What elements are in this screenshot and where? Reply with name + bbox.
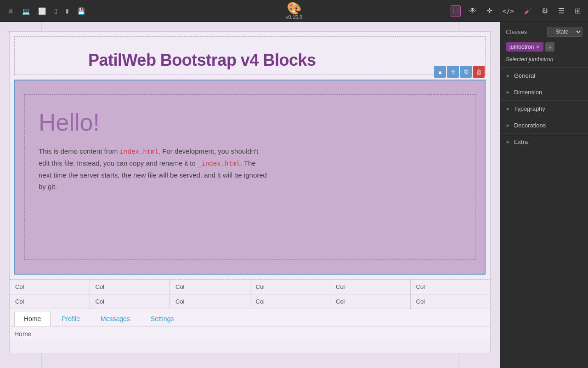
accordion-dimension-label: Dimension bbox=[514, 89, 542, 96]
mobile-icon[interactable]: ▮ bbox=[64, 6, 71, 16]
grid-view-icon[interactable]: ⊞ bbox=[573, 5, 582, 17]
top-toolbar: 🖥 💻 ⬜ ▯ ▮ 💾 🎨 v0.15.9 □ 👁 ✛ </> 🖌 ⚙ ☰ ⊞ bbox=[0, 0, 588, 22]
nav-tabs-row: Home Profile Messages Settings bbox=[10, 309, 490, 326]
canvas-outer: PatilWeb Bootstrap v4 Blocks ▲ ✛ ⧉ 🗑 Hel… bbox=[9, 31, 491, 353]
accordion-decorations-arrow: ► bbox=[506, 123, 510, 128]
remove-class-button[interactable]: ✕ bbox=[536, 44, 540, 50]
select-mode-icon[interactable]: □ bbox=[451, 5, 461, 17]
settings-icon[interactable]: ⚙ bbox=[540, 5, 550, 17]
accordion-general-label: General bbox=[514, 72, 535, 79]
state-select[interactable]: - State - hover focus active bbox=[547, 27, 582, 37]
page-title: PatilWeb Bootstrap v4 Blocks bbox=[14, 36, 486, 75]
desktop-icon[interactable]: 🖥 bbox=[6, 6, 16, 17]
jumbotron-copy-button[interactable]: ⧉ bbox=[460, 66, 472, 78]
selected-label: Selected bbox=[506, 56, 527, 63]
accordion-typography-header[interactable]: ► Typography bbox=[500, 101, 588, 117]
grid-col-1-1: Col bbox=[10, 280, 90, 294]
grid-col-1-3: Col bbox=[170, 280, 250, 294]
accordion-extra-header[interactable]: ► Extra bbox=[500, 134, 588, 150]
code-2: _index.html bbox=[198, 160, 240, 167]
grid-col-2-4: Col bbox=[250, 294, 331, 309]
grid-col-2-3: Col bbox=[170, 294, 250, 309]
grid-col-1-6: Col bbox=[411, 280, 491, 294]
code-1: index.html bbox=[120, 148, 158, 155]
grid-col-1-2: Col bbox=[90, 280, 170, 294]
grid-row-2: Col Col Col Col Col Col bbox=[10, 294, 490, 309]
accordion-decorations: ► Decorations bbox=[500, 117, 588, 133]
tab-home[interactable]: Home bbox=[14, 311, 51, 326]
save-icon[interactable]: 💾 bbox=[75, 6, 87, 17]
accordion-typography-label: Typography bbox=[514, 105, 545, 112]
jumbotron-delete-button[interactable]: 🗑 bbox=[473, 66, 485, 78]
jumbotron-toolbar: ▲ ✛ ⧉ 🗑 bbox=[434, 66, 485, 78]
grid-col-2-5: Col bbox=[330, 294, 411, 309]
tablet-portrait-icon[interactable]: ▯ bbox=[52, 6, 59, 16]
panel-header: Classes - State - hover focus active bbox=[500, 22, 588, 40]
accordion-extra: ► Extra bbox=[500, 133, 588, 150]
brush-tool-icon[interactable]: 🖌 bbox=[522, 5, 533, 17]
code-view-icon[interactable]: </> bbox=[501, 6, 516, 17]
grid-col-1-4: Col bbox=[250, 280, 331, 294]
jumbotron-block[interactable]: ▲ ✛ ⧉ 🗑 Hello! This is demo content from… bbox=[14, 80, 486, 275]
grid-col-1-5: Col bbox=[330, 280, 411, 294]
grid-col-2-2: Col bbox=[90, 294, 170, 309]
app-version: v0.15.9 bbox=[286, 14, 302, 20]
crosshair-icon[interactable]: ✛ bbox=[485, 5, 494, 17]
accordion-dimension-arrow: ► bbox=[506, 90, 510, 95]
grid-col-2-6: Col bbox=[411, 294, 491, 309]
toolbar-right: □ 👁 ✛ </> 🖌 ⚙ ☰ ⊞ bbox=[451, 5, 582, 17]
laptop-icon[interactable]: 💻 bbox=[20, 6, 32, 17]
app-logo: 🎨 bbox=[287, 2, 301, 14]
toolbar-center: 🎨 v0.15.9 bbox=[286, 2, 302, 20]
toolbar-left: 🖥 💻 ⬜ ▯ ▮ 💾 bbox=[6, 6, 87, 17]
accordion-extra-label: Extra bbox=[514, 138, 528, 145]
hello-heading: Hello! bbox=[39, 109, 461, 136]
grid-col-2-1: Col bbox=[10, 294, 90, 309]
accordion-typography: ► Typography bbox=[500, 100, 588, 117]
demo-paragraph: This is demo content from index.html. Fo… bbox=[39, 145, 268, 193]
accordion-dimension-header[interactable]: ► Dimension bbox=[500, 84, 588, 100]
home-content: Home bbox=[10, 326, 490, 341]
badge-label: jumbotron bbox=[509, 44, 534, 50]
right-panel: Classes - State - hover focus active jum… bbox=[500, 22, 588, 368]
accordion-general-header[interactable]: ► General bbox=[500, 68, 588, 84]
accordion-extra-arrow: ► bbox=[506, 139, 510, 144]
selected-class-name: jumbotron bbox=[529, 56, 553, 63]
main-area: PatilWeb Bootstrap v4 Blocks ▲ ✛ ⧉ 🗑 Hel… bbox=[0, 22, 588, 368]
accordion-typography-arrow: ► bbox=[506, 106, 510, 111]
tab-profile[interactable]: Profile bbox=[52, 311, 90, 326]
accordion-general-arrow: ► bbox=[506, 73, 510, 78]
accordion-dimension: ► Dimension bbox=[500, 84, 588, 100]
jumbotron-badge: jumbotron ✕ bbox=[506, 42, 543, 52]
jumbotron-inner: Hello! This is demo content from index.h… bbox=[24, 94, 475, 260]
jumbotron-move-button[interactable]: ✛ bbox=[447, 66, 459, 78]
jumbotron-up-button[interactable]: ▲ bbox=[434, 66, 446, 78]
accordion-decorations-label: Decorations bbox=[514, 122, 546, 129]
classes-label: Classes bbox=[506, 29, 527, 35]
class-badges: jumbotron ✕ + bbox=[500, 40, 588, 54]
accordion-decorations-header[interactable]: ► Decorations bbox=[500, 117, 588, 133]
tab-settings[interactable]: Settings bbox=[141, 311, 184, 326]
add-class-button[interactable]: + bbox=[545, 42, 554, 52]
accordion-general: ► General bbox=[500, 67, 588, 84]
tablet-landscape-icon[interactable]: ⬜ bbox=[36, 6, 48, 17]
hamburger-menu-icon[interactable]: ☰ bbox=[556, 5, 566, 17]
grid-row-1: Col Col Col Col Col Col bbox=[10, 279, 490, 294]
selected-info: Selected jumbotron bbox=[500, 54, 588, 67]
demo-text-1: This is demo content from bbox=[39, 147, 120, 155]
canvas-area[interactable]: PatilWeb Bootstrap v4 Blocks ▲ ✛ ⧉ 🗑 Hel… bbox=[0, 22, 500, 368]
preview-icon[interactable]: 👁 bbox=[467, 5, 478, 17]
tab-messages[interactable]: Messages bbox=[91, 311, 140, 326]
